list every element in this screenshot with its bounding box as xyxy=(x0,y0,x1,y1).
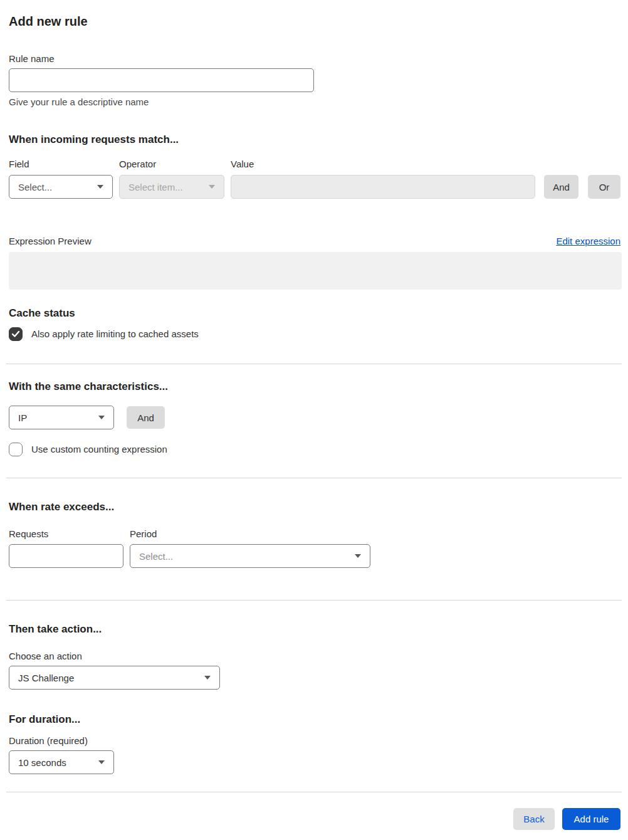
section-divider xyxy=(6,600,622,601)
or-button[interactable]: Or xyxy=(588,175,620,199)
cache-status-checkbox-label: Also apply rate limiting to cached asset… xyxy=(31,327,199,341)
action-heading: Then take action... xyxy=(9,622,620,636)
period-select[interactable]: Select... xyxy=(130,544,370,568)
requests-label: Requests xyxy=(9,528,130,540)
chevron-down-icon xyxy=(204,676,211,680)
field-select-placeholder: Select... xyxy=(18,182,52,192)
chevron-down-icon xyxy=(209,185,215,189)
duration-select[interactable]: 10 seconds xyxy=(9,750,114,774)
and-button[interactable]: And xyxy=(544,175,578,199)
value-input xyxy=(231,175,535,199)
operator-label: Operator xyxy=(119,158,231,171)
duration-label: Duration (required) xyxy=(9,735,620,747)
chevron-down-icon xyxy=(98,760,105,764)
action-select-value: JS Challenge xyxy=(18,673,74,683)
back-button[interactable]: Back xyxy=(513,808,555,830)
section-divider xyxy=(6,478,622,478)
period-label: Period xyxy=(130,528,157,540)
cache-status-heading: Cache status xyxy=(9,307,620,320)
match-section-heading: When incoming requests match... xyxy=(9,133,620,147)
operator-select: Select item... xyxy=(119,175,224,199)
cache-status-checkbox[interactable] xyxy=(9,327,23,341)
checkmark-icon xyxy=(11,330,20,338)
rule-name-input[interactable] xyxy=(9,68,314,92)
custom-counting-checkbox-label: Use custom counting expression xyxy=(31,443,167,456)
rule-name-label: Rule name xyxy=(9,53,620,65)
characteristics-heading: With the same characteristics... xyxy=(9,380,620,394)
add-rule-button[interactable]: Add rule xyxy=(562,808,620,830)
add-rule-form: Add new rule Rule name Give your rule a … xyxy=(0,0,628,838)
action-select[interactable]: JS Challenge xyxy=(9,666,220,690)
edit-expression-link[interactable]: Edit expression xyxy=(556,235,620,248)
duration-select-value: 10 seconds xyxy=(18,757,66,768)
chevron-down-icon xyxy=(97,185,103,189)
expression-preview-box xyxy=(9,252,622,290)
section-divider xyxy=(6,364,622,364)
footer-divider xyxy=(6,792,622,792)
period-select-placeholder: Select... xyxy=(139,551,173,562)
expression-preview-label: Expression Preview xyxy=(9,235,92,248)
custom-counting-checkbox[interactable] xyxy=(9,443,23,456)
field-label: Field xyxy=(9,158,119,171)
field-select[interactable]: Select... xyxy=(9,175,113,199)
duration-heading: For duration... xyxy=(9,713,620,727)
value-label: Value xyxy=(231,158,254,171)
characteristics-and-button[interactable]: And xyxy=(127,406,165,429)
operator-select-placeholder: Select item... xyxy=(128,182,183,192)
requests-input[interactable] xyxy=(9,544,123,568)
characteristic-select[interactable]: IP xyxy=(9,406,114,429)
characteristic-select-value: IP xyxy=(18,412,27,423)
chevron-down-icon xyxy=(355,554,361,558)
chevron-down-icon xyxy=(98,416,105,419)
page-title: Add new rule xyxy=(9,13,620,30)
rule-name-helper: Give your rule a descriptive name xyxy=(9,96,620,108)
rate-heading: When rate exceeds... xyxy=(9,500,620,514)
action-label: Choose an action xyxy=(9,650,620,663)
